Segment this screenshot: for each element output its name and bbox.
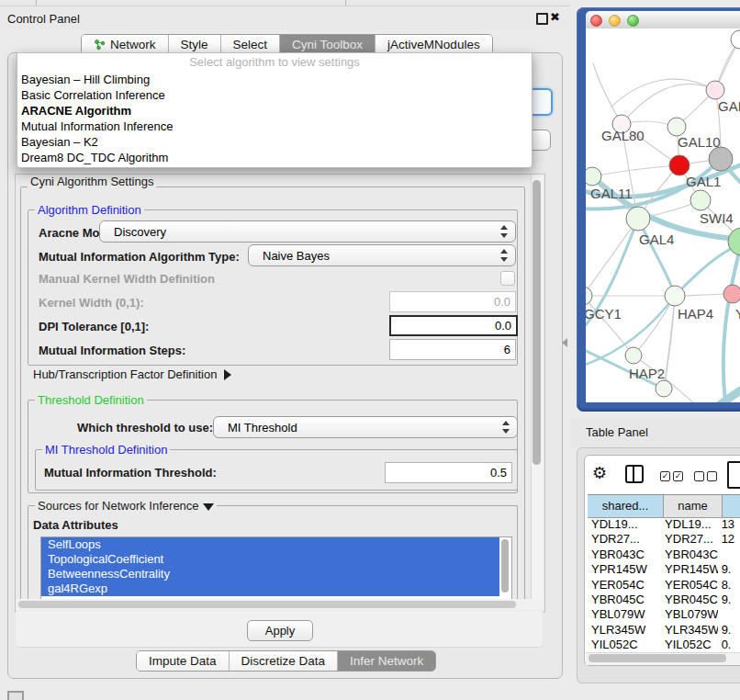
table-row-ylr345w[interactable]: YLR345WYLR345W9. <box>588 623 740 638</box>
table-row-ydr27[interactable]: YDR27...YDR27...12 <box>588 532 740 547</box>
select-all-checkbox-icon[interactable]: ✓ <box>660 471 670 481</box>
close-icon[interactable]: ✖ <box>550 10 560 24</box>
bottom-tab-impute-data[interactable]: Impute Data <box>137 651 230 671</box>
network-node-red[interactable] <box>669 155 690 175</box>
table-cell: YBR043C <box>588 548 661 562</box>
table-cell: 9. <box>718 623 740 638</box>
network-node-salmon[interactable] <box>723 285 740 303</box>
column-layout-icon[interactable] <box>625 465 644 483</box>
manual-kernel-checkbox[interactable] <box>500 271 515 286</box>
bottom-tab-infer-network-label: Infer Network <box>350 654 423 668</box>
zoom-traffic-light-icon[interactable] <box>627 15 639 27</box>
network-node-hap4[interactable] <box>665 286 685 306</box>
sources-group-title[interactable]: Sources for Network Inference <box>35 499 217 513</box>
table-row-yil052c[interactable]: YIL052CYIL052C0. <box>588 638 740 651</box>
float-window-icon[interactable] <box>536 13 548 25</box>
algorithm-option-bayesian-hill-climbing[interactable]: Bayesian – Hill Climbing <box>17 72 532 87</box>
mi-type-combobox[interactable]: Naive Bayes <box>248 244 516 266</box>
network-node-green-large[interactable] <box>728 228 740 255</box>
network-label-gcy1: GCY1 <box>586 306 622 322</box>
table-row-ybr045c[interactable]: YBR045CYBR045C9. <box>588 593 740 607</box>
settings-horizontal-scrollbar-thumb[interactable] <box>18 601 516 608</box>
network-edge[interactable] <box>723 242 740 402</box>
tab-network[interactable]: Network <box>82 35 169 54</box>
network-node-hap2[interactable] <box>625 347 642 364</box>
network-node-bottom-partial[interactable] <box>656 380 672 397</box>
table-row-ybr043c[interactable]: YBR043CYBR043C <box>588 548 740 562</box>
attribute-item-selfloops[interactable]: SelfLoops <box>41 537 499 552</box>
settings-vertical-scrollbar-thumb[interactable] <box>533 180 541 465</box>
network-node-gray[interactable] <box>709 147 733 171</box>
network-label-gal10: GAL10 <box>678 134 721 150</box>
column-header-col2[interactable] <box>723 495 740 517</box>
network-canvas[interactable]: GALGAL80GAL10GAL1GAL11SWI4GAL4GCY1HAP4YH… <box>586 28 740 402</box>
network-edge[interactable] <box>638 219 675 296</box>
table-row-yer054c[interactable]: YER054CYER054C8. <box>588 578 740 593</box>
settings-gear-icon[interactable]: ⚙ <box>592 464 607 482</box>
mi-threshold-field[interactable]: 0.5 <box>385 462 512 483</box>
attribute-item-gal4rgexp[interactable]: gal4RGexp <box>41 581 499 596</box>
apply-button[interactable]: Apply <box>247 620 313 641</box>
tab-select[interactable]: Select <box>221 35 281 54</box>
algorithm-dropdown: Select algorithm to view settings Bayesi… <box>17 52 533 168</box>
column-header-name[interactable]: name <box>664 495 723 517</box>
bottom-tab-infer-network[interactable]: Infer Network <box>338 651 435 671</box>
dpi-tolerance-field[interactable]: 0.0 <box>389 315 518 336</box>
combo-arrows-icon <box>502 420 510 435</box>
select-all-checkbox-icon2[interactable]: ✓ <box>673 471 683 481</box>
attributes-list-scrollbar-thumb[interactable] <box>501 539 509 593</box>
network-edge[interactable] <box>586 296 633 356</box>
network-node-gcy1[interactable] <box>586 287 592 305</box>
bottom-tab-discretize-data[interactable]: Discretize Data <box>230 651 339 671</box>
combo-arrows-icon <box>500 224 508 239</box>
table-cell: YDR27... <box>661 532 718 547</box>
network-edge[interactable] <box>592 165 679 176</box>
network-node-gal10[interactable] <box>667 118 686 136</box>
mi-steps-field[interactable]: 6 <box>389 339 516 360</box>
network-edge[interactable] <box>664 296 675 389</box>
column-header-shared[interactable]: shared... <box>588 495 664 517</box>
algorithm-option-bayesian-k2[interactable]: Bayesian – K2 <box>17 134 532 150</box>
network-edge[interactable] <box>611 79 715 107</box>
table-panel-header: Table Panel <box>570 418 740 447</box>
algorithm-option-basic-correlation-inference[interactable]: Basic Correlation Inference <box>17 87 532 103</box>
kernel-width-field[interactable]: 0.0 <box>389 291 516 312</box>
which-threshold-combobox[interactable]: MI Threshold <box>213 416 518 438</box>
algorithm-option-aracne-algorithm[interactable]: ARACNE Algorithm <box>17 103 532 119</box>
splitter-collapse-arrow[interactable] <box>562 338 567 347</box>
network-node-gal11[interactable] <box>586 167 601 186</box>
network-edge[interactable] <box>685 294 723 296</box>
document-icon[interactable] <box>727 461 740 489</box>
network-edge[interactable] <box>694 385 740 402</box>
cyni-bottom-tabbar: Impute DataDiscretize DataInfer Network <box>136 650 436 672</box>
hub-definition-expander[interactable]: Hub/Transcription Factor Definition <box>33 367 231 381</box>
attribute-item-betweennesscentrality[interactable]: BetweennessCentrality <box>41 567 499 581</box>
tab-cyni-toolbox[interactable]: Cyni Toolbox <box>280 35 376 54</box>
deselect-all-checkbox-icon2[interactable] <box>707 471 717 481</box>
table-row-ybl079w[interactable]: YBL079WYBL079W <box>588 607 740 622</box>
table-horizontal-scrollbar-thumb[interactable] <box>589 654 726 662</box>
app-root: Control Panel ✖ NetworkStyleSelectCyni T… <box>0 0 740 700</box>
tab-jactivemnodules[interactable]: jActiveMNodules <box>376 35 492 54</box>
network-node-top-partial[interactable] <box>731 30 740 49</box>
data-attributes-list[interactable]: SelfLoopsTopologicalCoefficientBetweenne… <box>40 536 512 600</box>
minimize-traffic-light-icon[interactable] <box>609 15 621 27</box>
network-node-pink-top[interactable] <box>706 81 724 99</box>
close-traffic-light-icon[interactable] <box>590 15 602 27</box>
table-cell: 9. <box>718 593 740 607</box>
deselect-all-checkbox-icon[interactable] <box>694 471 704 481</box>
algorithm-option-mutual-information-inference[interactable]: Mutual Information Inference <box>17 119 532 134</box>
table-row-ydl19[interactable]: YDL19...YDL19...13 <box>588 517 740 532</box>
tab-style[interactable]: Style <box>169 35 221 54</box>
table-cell: 0. <box>718 638 740 651</box>
aracne-mode-combobox[interactable]: Discovery <box>99 220 516 243</box>
algorithm-option-dream8-dc-tdc-algorithm[interactable]: Dream8 DC_TDC Algorithm <box>17 150 532 165</box>
table-row-ypr145w[interactable]: YPR145WYPR145W9. <box>588 562 740 577</box>
minimized-panel-icon[interactable] <box>7 691 24 700</box>
network-node-gal4[interactable] <box>626 207 650 231</box>
network-node-gal1[interactable] <box>690 190 711 210</box>
network-edge[interactable] <box>593 63 622 124</box>
tab-select-label: Select <box>233 38 268 51</box>
attribute-item-topologicalcoefficient[interactable]: TopologicalCoefficient <box>41 552 499 567</box>
mi-threshold-label: Mutual Information Threshold: <box>44 466 217 480</box>
